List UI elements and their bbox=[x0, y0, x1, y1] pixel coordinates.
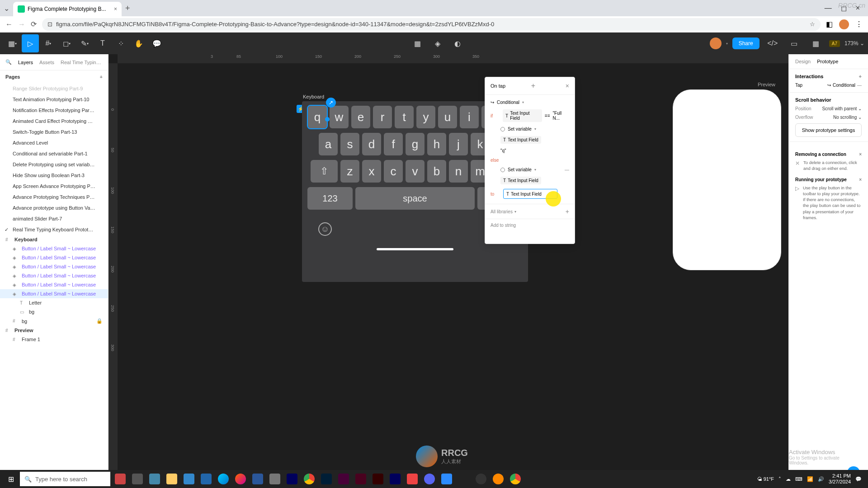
layer-letter[interactable]: TLetter bbox=[0, 298, 108, 307]
key-space[interactable]: space bbox=[355, 187, 475, 210]
key-b[interactable]: b bbox=[427, 160, 446, 183]
key-h[interactable]: h bbox=[427, 133, 446, 155]
tab-page[interactable]: Real Time Typing K... bbox=[61, 60, 101, 65]
taskbar-id[interactable] bbox=[353, 470, 369, 488]
remove-icon[interactable]: — bbox=[565, 167, 569, 172]
taskbar-app[interactable] bbox=[198, 470, 214, 488]
page-item-selected[interactable]: Real Time Typing Keyboard Prototyping Pa… bbox=[0, 224, 108, 235]
notifications-icon[interactable]: 💬 bbox=[855, 476, 862, 482]
key-w[interactable]: w bbox=[330, 106, 349, 128]
show-prototype-settings-button[interactable]: Show prototype settings bbox=[795, 123, 862, 137]
view-icon[interactable]: ▦ bbox=[807, 34, 825, 52]
key-a[interactable]: a bbox=[319, 133, 338, 155]
connection-node-icon[interactable]: ↗ bbox=[326, 98, 336, 108]
conditional-label[interactable]: Conditional bbox=[497, 100, 519, 105]
taskbar-app[interactable] bbox=[112, 470, 128, 488]
tray-cloud-icon[interactable]: ☁ bbox=[786, 476, 791, 482]
close-tab-icon[interactable]: × bbox=[114, 6, 117, 12]
taskbar-ps[interactable] bbox=[318, 470, 335, 488]
main-menu-button[interactable]: ▦ ▾ bbox=[4, 34, 21, 52]
trigger-type[interactable]: Tap bbox=[795, 83, 802, 88]
key-g[interactable]: g bbox=[406, 133, 425, 155]
taskbar-obs[interactable] bbox=[473, 470, 489, 488]
reload-icon[interactable]: ⟳ bbox=[31, 20, 37, 28]
key-c[interactable]: c bbox=[384, 160, 403, 183]
key-x[interactable]: x bbox=[362, 160, 381, 183]
present-icon[interactable]: ▭ bbox=[786, 34, 803, 52]
key-y[interactable]: y bbox=[416, 106, 435, 128]
taskbar-app[interactable] bbox=[164, 470, 180, 488]
taskbar-ai[interactable] bbox=[370, 470, 386, 488]
variable-chip[interactable]: TText Input Field bbox=[500, 177, 541, 184]
taskbar-app[interactable] bbox=[146, 470, 163, 488]
taskbar-discord[interactable] bbox=[421, 470, 438, 488]
taskbar-edge[interactable] bbox=[215, 470, 231, 488]
variant-icon[interactable]: ◈ bbox=[429, 34, 446, 52]
page-item[interactable]: Delete Prototyping using set variable Pa… bbox=[0, 159, 108, 170]
canvas[interactable]: 3 85 100 150 200 250 300 350 0 50 100 15… bbox=[108, 54, 788, 488]
minimize-icon[interactable]: — bbox=[825, 4, 832, 13]
key-t[interactable]: t bbox=[395, 106, 414, 128]
key-z[interactable]: z bbox=[340, 160, 359, 183]
page-item[interactable]: Notification Effects Prototyping Part-11 bbox=[0, 105, 108, 116]
add-action-icon[interactable]: + bbox=[531, 82, 535, 90]
layer-button[interactable]: ◈Button / Label Small ~ Lowercase bbox=[0, 280, 108, 289]
layer-bg[interactable]: ▭bg bbox=[0, 307, 108, 316]
taskbar-firefox[interactable] bbox=[232, 470, 249, 488]
forward-icon[interactable]: → bbox=[18, 20, 25, 28]
page-item[interactable]: App Screen Advance Prototyping Part-4 bbox=[0, 181, 108, 192]
page-item[interactable]: Switch-Toggle Button Part-13 bbox=[0, 127, 108, 137]
preview-frame[interactable]: Preview bbox=[673, 89, 781, 270]
close-help-icon[interactable]: × bbox=[859, 152, 862, 157]
add-to-string-row[interactable]: Add to string bbox=[485, 219, 575, 231]
trigger-label[interactable]: On tap bbox=[491, 83, 505, 89]
layer-button[interactable]: ◈Button / Label Small ~ Lowercase bbox=[0, 244, 108, 253]
taskbar-chrome-active[interactable] bbox=[507, 470, 524, 488]
tray-chevron-icon[interactable]: ˄ bbox=[778, 476, 781, 482]
taskbar-app[interactable] bbox=[490, 470, 506, 488]
page-item[interactable]: Range Slider Prototyping Part-9 bbox=[0, 83, 108, 94]
page-item[interactable]: Conditional and setvariable Part-1 bbox=[0, 148, 108, 159]
page-item[interactable]: Animated Card Effect Prototyping Part-12 bbox=[0, 116, 108, 127]
taskbar-figma[interactable] bbox=[456, 470, 472, 488]
frame-label[interactable]: Keyboard bbox=[303, 94, 324, 99]
layer-frame1[interactable]: #Frame 1 bbox=[0, 335, 108, 344]
key-q[interactable]: q↗ bbox=[308, 106, 327, 128]
site-info-icon[interactable]: ⊡ bbox=[47, 21, 52, 28]
key-shift[interactable]: ⇧ bbox=[311, 160, 338, 183]
shape-tool-button[interactable]: ◻ ▾ bbox=[58, 34, 75, 52]
tab-prototype[interactable]: Prototype bbox=[817, 59, 838, 64]
taskbar-app[interactable] bbox=[404, 470, 420, 488]
mask-icon[interactable]: ◐ bbox=[449, 34, 466, 52]
start-button[interactable]: ⊞ bbox=[2, 470, 20, 488]
page-item[interactable]: Text Animation Prototyping Part-10 bbox=[0, 94, 108, 105]
page-item[interactable]: Advance prototype using Button Variants … bbox=[0, 202, 108, 213]
layer-button-selected[interactable]: ◈Button / Label Small ~ Lowercase bbox=[0, 289, 108, 298]
key-v[interactable]: v bbox=[406, 160, 425, 183]
component-icon[interactable]: ▦ bbox=[409, 34, 426, 52]
add-library-icon[interactable]: + bbox=[566, 208, 569, 215]
close-popup-icon[interactable]: × bbox=[566, 82, 569, 89]
layer-preview[interactable]: #Preview bbox=[0, 326, 108, 335]
taskbar-xd[interactable] bbox=[335, 470, 352, 488]
taskbar-app[interactable] bbox=[129, 470, 146, 488]
taskbar-app[interactable] bbox=[181, 470, 197, 488]
key-d[interactable]: d bbox=[362, 133, 381, 155]
all-libraries-row[interactable]: All libraries▾+ bbox=[485, 204, 575, 219]
key-n[interactable]: n bbox=[449, 160, 468, 183]
taskbar-search[interactable]: 🔍Type here to search bbox=[20, 472, 110, 486]
tray-wifi-icon[interactable]: 📶 bbox=[807, 476, 813, 482]
tray-keyboard-icon[interactable]: ⌨ bbox=[795, 476, 802, 482]
search-icon[interactable]: 🔍 bbox=[5, 59, 12, 65]
back-icon[interactable]: ← bbox=[5, 20, 13, 28]
page-item[interactable]: Hide Show using Boolean Part-3 bbox=[0, 170, 108, 181]
overflow-value[interactable]: No scrolling ⌄ bbox=[833, 115, 862, 120]
layer-bg[interactable]: #bg🔒 bbox=[0, 316, 108, 326]
bookmark-icon[interactable]: ☆ bbox=[810, 21, 815, 28]
tab-design[interactable]: Design bbox=[795, 59, 811, 64]
add-page-icon[interactable]: + bbox=[100, 74, 103, 80]
taskbar-zoom[interactable] bbox=[439, 470, 455, 488]
extensions-icon[interactable]: ◧ bbox=[826, 20, 833, 28]
key-i[interactable]: i bbox=[460, 106, 479, 128]
share-button[interactable]: Share bbox=[732, 38, 760, 49]
